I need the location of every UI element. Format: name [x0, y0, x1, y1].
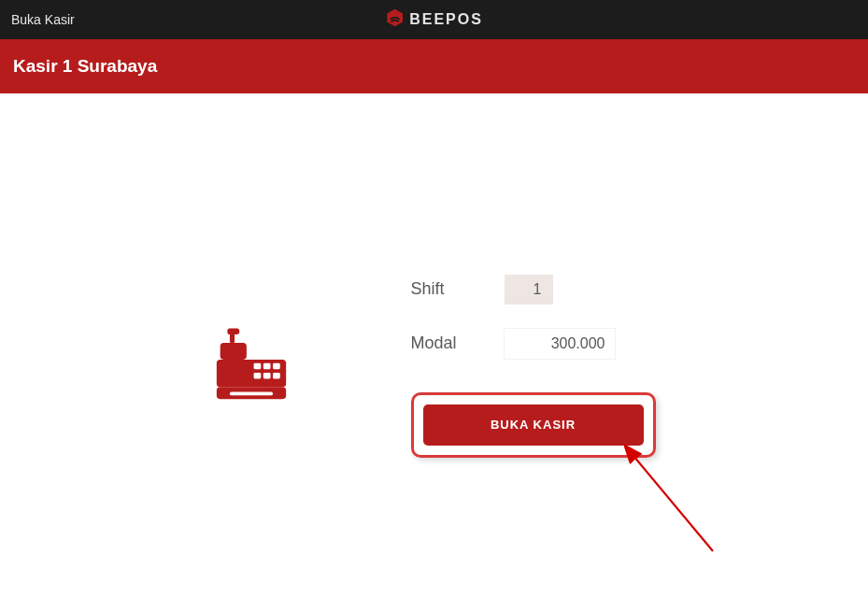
svg-rect-8	[253, 372, 261, 377]
form-column: Shift Modal BUKA KASIR	[411, 247, 656, 458]
shift-input	[505, 275, 553, 305]
illustration-column	[213, 298, 290, 406]
shift-label: Shift	[411, 279, 467, 299]
svg-rect-7	[273, 362, 280, 368]
modal-label: Modal	[411, 333, 467, 353]
modal-input[interactable]	[505, 329, 615, 359]
buka-kasir-button[interactable]: BUKA KASIR	[423, 404, 644, 446]
cashier-name: Kasir 1 Surabaya	[13, 56, 157, 77]
svg-rect-10	[273, 372, 280, 377]
shift-row: Shift	[411, 275, 656, 305]
brand-logo: BEEPOS	[385, 8, 483, 31]
page-title: Buka Kasir	[11, 12, 75, 27]
brand-icon	[385, 8, 404, 31]
header-bar: Kasir 1 Surabaya	[0, 39, 868, 93]
svg-rect-6	[263, 362, 270, 368]
svg-rect-2	[227, 328, 239, 333]
svg-rect-5	[253, 362, 261, 368]
svg-rect-9	[263, 372, 270, 377]
topbar: Buka Kasir BEEPOS	[0, 0, 868, 39]
svg-rect-3	[220, 342, 246, 359]
brand-text: BEEPOS	[409, 11, 483, 28]
svg-rect-11	[229, 391, 272, 395]
modal-row: Modal	[411, 329, 656, 359]
button-highlight-frame: BUKA KASIR	[411, 392, 656, 458]
main-content: Shift Modal BUKA KASIR	[0, 93, 868, 610]
cash-register-icon	[213, 326, 290, 406]
